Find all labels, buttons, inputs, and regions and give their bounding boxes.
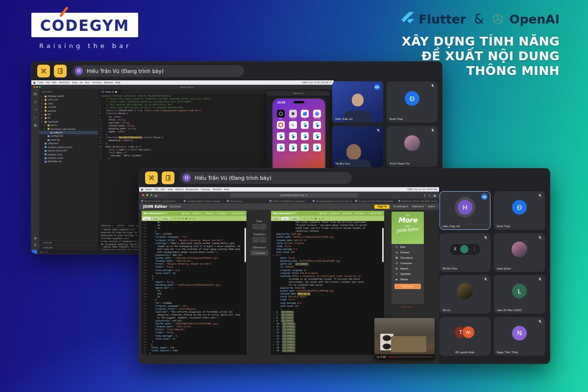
ad-cta-button[interactable]: Try it now xyxy=(394,284,421,289)
toolbar-icon[interactable]: ▼ xyxy=(315,218,317,220)
menubar-item[interactable]: Edit xyxy=(161,188,165,191)
browser-tab[interactable]: JSON Editor Online: edit JSON, format… xyxy=(396,198,439,203)
app-icon[interactable] xyxy=(289,144,297,151)
document-name[interactable]: New document 2 ✎ xyxy=(273,212,297,215)
app-icon[interactable] xyxy=(289,132,297,140)
menubar-item[interactable]: View xyxy=(168,188,173,191)
panel-button[interactable]: ▾ Save ▾ xyxy=(205,212,214,215)
explorer-icon[interactable]: ▤ xyxy=(34,92,37,96)
file-tree-row[interactable]: README.md xyxy=(39,160,98,163)
tab-overview-icon[interactable]: ▣ xyxy=(433,194,436,197)
forward-icon[interactable]: › xyxy=(164,194,165,197)
file-tree-row[interactable]: seed.sql xyxy=(39,138,98,142)
panel-button[interactable]: ▤ New xyxy=(182,212,190,215)
file-tree-row[interactable]: ▸ lib xyxy=(39,116,98,120)
menubar-item[interactable]: File xyxy=(46,81,50,84)
menubar-item[interactable]: Window xyxy=(104,81,113,84)
menubar-item[interactable]: Go xyxy=(79,81,82,84)
zoom-traffic-light[interactable] xyxy=(39,86,41,88)
participant-controls[interactable]: ⊼ ⋮ xyxy=(450,244,480,255)
mode-table[interactable]: table xyxy=(161,217,170,220)
participant-tile[interactable]: N N N ⊼ ⋮ xyxy=(494,317,545,356)
browser-tab[interactable]: supabase_flutter | Flutter package xyxy=(182,198,224,203)
app-icon[interactable] xyxy=(301,132,309,140)
app-icon[interactable]: Files xyxy=(301,110,309,118)
settings-menu[interactable]: ⚙ Settings ▾ xyxy=(393,205,408,208)
participant-tile[interactable]: Tai Bui Duc xyxy=(332,126,383,167)
mode-text[interactable]: text xyxy=(272,217,280,220)
toolbar-icon[interactable]: ↓ xyxy=(307,218,309,220)
app-icon[interactable] xyxy=(313,144,321,151)
app-icon[interactable] xyxy=(313,132,321,140)
mode-text[interactable]: text xyxy=(143,217,150,220)
menubar-item[interactable]: Window xyxy=(213,188,221,191)
file-tree-row[interactable]: ▾ functions / get-movies xyxy=(39,127,98,131)
menubar-item[interactable]: Terminal xyxy=(92,81,101,84)
transform-left-button[interactable]: ‹ xyxy=(252,237,259,243)
toolbar-icon[interactable]: ↑ xyxy=(303,218,305,220)
participant-tile[interactable]: H H H ⊼ ⋮ xyxy=(440,191,490,230)
file-tree-row[interactable]: ▸ .idea xyxy=(39,102,98,105)
close-traffic-light[interactable] xyxy=(142,194,144,196)
help-menu[interactable]: Help ▾ xyxy=(428,205,435,208)
file-tree-row[interactable]: index.ts xyxy=(39,131,98,134)
file-tree-row[interactable]: ▸ android xyxy=(39,109,98,113)
participant-tile[interactable]: Đ Đ Đ ⊼ ⋮ xyxy=(494,191,545,230)
panel-button[interactable]: ⧉ Copy ▾ xyxy=(217,212,227,215)
file-tree-row[interactable]: analysis_options.yaml xyxy=(39,146,98,149)
panel-button[interactable]: ▾ Save ▾ xyxy=(343,212,352,215)
file-tree-row[interactable]: ▸ ios xyxy=(39,113,98,116)
copy-left-button[interactable]: ‹ xyxy=(252,224,259,229)
volume-icon[interactable]: ◁) xyxy=(376,356,379,358)
app-icon[interactable] xyxy=(277,144,285,151)
mode-tree[interactable]: tree xyxy=(152,217,159,220)
sidebar-section-header[interactable]: › OUTLINE xyxy=(39,240,98,245)
minimize-traffic-light[interactable] xyxy=(147,194,148,196)
leave-share-button[interactable] xyxy=(54,65,67,77)
tree-line[interactable]: ▸ 19 {8 items} xyxy=(271,349,384,352)
toolbar-icon[interactable]: ≡ xyxy=(182,218,184,220)
file-tree-row[interactable]: config.toml xyxy=(39,134,98,138)
toolbar-icon[interactable]: ↶ xyxy=(174,218,176,220)
presenter-pill[interactable]: H Hiếu Trần Vũ (Đang trình bày) xyxy=(180,172,352,184)
participant-tile[interactable]: Trinh Phạm Thị xyxy=(387,126,438,167)
app-icon[interactable]: Shortcuts xyxy=(313,110,321,118)
search-icon[interactable]: ◎ xyxy=(34,100,37,104)
minimize-traffic-light[interactable] xyxy=(36,86,38,88)
progress-bar[interactable] xyxy=(389,357,433,358)
participant-tile[interactable]: Hiếu Trần Vũ xyxy=(332,81,383,122)
file-tree-row[interactable]: pubspec.lock xyxy=(39,153,98,156)
status-problems[interactable]: ⊗ 0 ⚠ 1 xyxy=(40,251,48,253)
panel-button[interactable]: ⧉ Copy ▾ xyxy=(355,212,365,215)
toolbar-icon[interactable]: ⊙ xyxy=(318,218,320,220)
copy-right-button[interactable]: › xyxy=(260,224,266,229)
sidebar-section-header[interactable]: › TIMELINE xyxy=(39,245,98,250)
browser-tab[interactable]: Now Playing xyxy=(225,198,268,203)
apple-icon[interactable] xyxy=(33,82,35,84)
transform-right-button[interactable]: › xyxy=(260,237,266,243)
mode-tree[interactable]: tree xyxy=(281,217,289,220)
document-name[interactable]: New document 1 ✎ xyxy=(144,212,168,215)
file-tree-row[interactable]: ▾ supabase xyxy=(39,120,98,123)
browser-tab[interactable]: bg_jobs | Job Scheduling | Supabase xyxy=(353,198,396,203)
menubar-item[interactable]: Safari xyxy=(146,188,152,191)
scrollbar-thumb[interactable] xyxy=(245,228,246,262)
pin-icon[interactable]: ⊼ xyxy=(454,247,457,251)
sidebar-toggle-icon[interactable]: ▥ xyxy=(155,194,158,197)
participant-tile[interactable]: ⊼ ⋮ tuan phan xyxy=(494,233,545,272)
file-tree-row[interactable]: ▸ demo xyxy=(39,123,98,127)
app-icon[interactable] xyxy=(277,121,285,129)
share-icon[interactable]: ↥ xyxy=(423,194,426,197)
file-tree-row[interactable]: pubspec.yaml xyxy=(39,156,98,160)
participant-tile[interactable]: ⊼ ⋮ Tai Lê xyxy=(440,275,490,314)
browser-tab[interactable]: Flutter: API Reference | supabase xyxy=(268,198,310,203)
sign-in-button[interactable]: Sign in xyxy=(374,205,390,209)
file-tree-row[interactable]: .gitignore xyxy=(39,142,98,145)
presenter-pill[interactable]: H Hiếu Trần Vũ (Đang trình bày) xyxy=(73,65,244,77)
app-icon[interactable] xyxy=(301,121,309,129)
toolbar-icon[interactable]: ▼ xyxy=(186,218,188,220)
participant-tile[interactable]: L L L ⊼ ⋮ xyxy=(494,275,545,314)
zoom-traffic-light[interactable] xyxy=(150,194,152,196)
toolbar-icon[interactable]: ↻ xyxy=(322,218,324,220)
menubar-item[interactable]: Help xyxy=(224,188,229,191)
